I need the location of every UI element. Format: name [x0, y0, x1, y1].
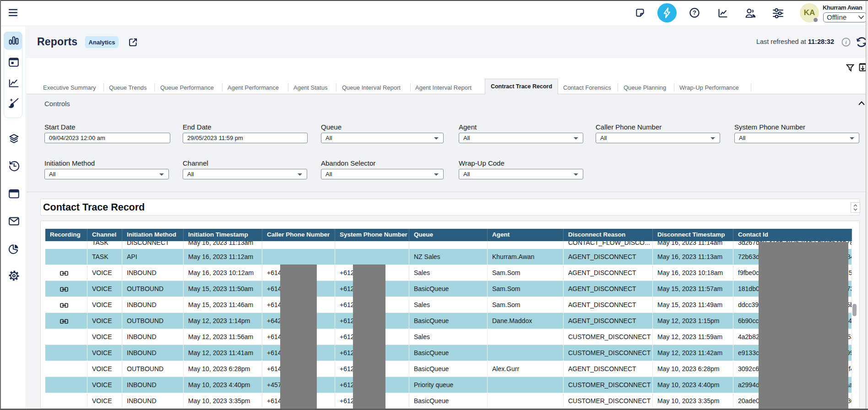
svg-text:?: ?: [693, 9, 696, 16]
svg-text:i: i: [845, 39, 847, 45]
